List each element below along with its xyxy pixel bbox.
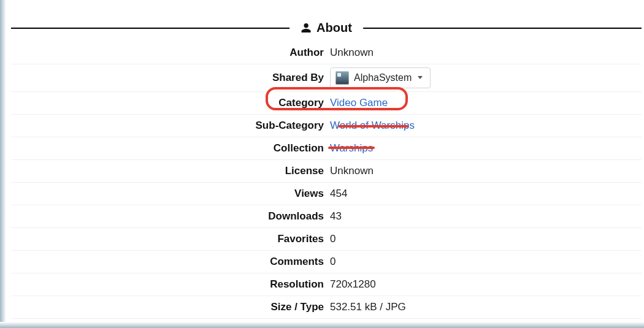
about-table: Author Unknown Shared By AlphaSystem Cat…	[11, 42, 642, 328]
label-collection: Collection	[11, 142, 330, 155]
value-views: 454	[330, 187, 642, 200]
row-resolution: Resolution 720x1280	[11, 273, 642, 296]
avatar	[335, 71, 349, 85]
value-sub-category: World of Warships	[330, 119, 642, 132]
row-author: Author Unknown	[11, 42, 642, 64]
label-views: Views	[11, 187, 330, 200]
value-date-added: 3 years ago	[330, 323, 642, 328]
label-favorites: Favorites	[11, 232, 330, 246]
link-category[interactable]: Video Game	[330, 97, 388, 109]
section-title: About	[316, 21, 352, 35]
label-downloads: Downloads	[11, 210, 330, 223]
value-shared-by: AlphaSystem	[330, 67, 642, 88]
row-views: Views 454	[11, 183, 642, 205]
shared-by-username: AlphaSystem	[354, 72, 412, 85]
section-legend: About	[289, 21, 363, 35]
row-comments: Comments 0	[11, 251, 642, 273]
label-resolution: Resolution	[11, 278, 330, 291]
row-sub-category: Sub-Category World of Warships	[11, 115, 642, 137]
value-comments: 0	[330, 255, 642, 269]
label-date-added: Date Added	[11, 323, 330, 328]
about-section-header: About	[11, 17, 642, 38]
row-license: License Unknown	[11, 160, 642, 183]
link-collection[interactable]: Warships	[330, 142, 373, 154]
value-favorites: 0	[330, 232, 642, 246]
label-comments: Comments	[11, 255, 330, 269]
value-size-type: 532.51 kB / JPG	[330, 300, 642, 314]
label-size-type: Size / Type	[11, 300, 330, 314]
shared-by-dropdown[interactable]: AlphaSystem	[330, 67, 431, 88]
value-category: Video Game	[330, 96, 642, 110]
row-category: Category Video Game	[11, 92, 642, 115]
value-author: Unknown	[330, 46, 642, 59]
row-favorites: Favorites 0	[11, 228, 642, 251]
row-shared-by: Shared By AlphaSystem	[11, 64, 642, 92]
value-license: Unknown	[330, 164, 642, 178]
label-category: Category	[11, 96, 330, 110]
label-sub-category: Sub-Category	[11, 119, 330, 132]
label-license: License	[11, 164, 330, 178]
person-icon	[301, 22, 312, 33]
value-resolution: 720x1280	[330, 278, 642, 291]
label-author: Author	[11, 46, 330, 59]
row-size-type: Size / Type 532.51 kB / JPG	[11, 296, 642, 319]
value-downloads: 43	[330, 210, 642, 223]
row-date-added: Date Added 3 years ago	[11, 319, 642, 328]
value-collection: Warships	[330, 142, 642, 155]
row-collection: Collection Warships	[11, 137, 642, 160]
row-downloads: Downloads 43	[11, 205, 642, 228]
label-shared-by: Shared By	[11, 71, 330, 85]
link-sub-category[interactable]: World of Warships	[330, 120, 415, 131]
chevron-down-icon	[418, 76, 423, 79]
